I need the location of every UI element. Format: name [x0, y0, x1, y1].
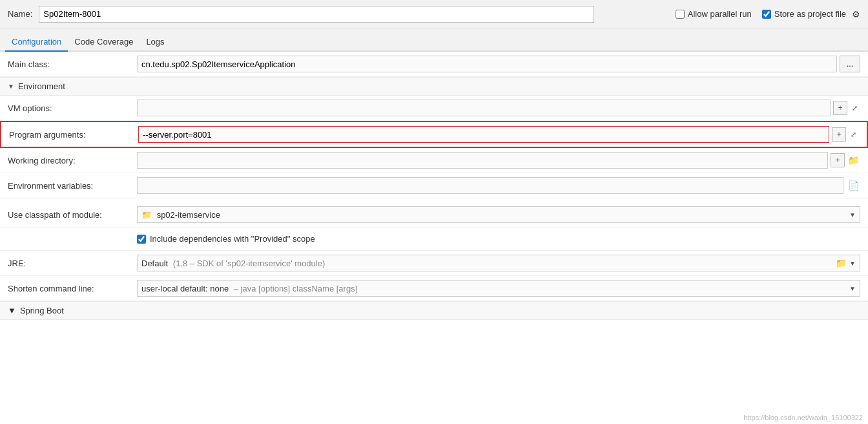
program-args-actions: + ⤢ [832, 127, 859, 142]
jre-value: Default [141, 259, 168, 268]
main-content: Main class: ... ▼ Environment VM options… [0, 52, 868, 424]
name-input[interactable] [39, 6, 594, 23]
spring-boot-arrow-icon: ▼ [8, 306, 16, 315]
jre-folder-button[interactable]: 📁 [834, 256, 848, 270]
module-select-container[interactable]: 📁 sp02-itemservice ▼ [137, 206, 860, 223]
store-project-label[interactable]: Store as project file ⚙ [762, 9, 860, 19]
name-label: Name: [8, 9, 32, 19]
jre-select-content: Default (1.8 – SDK of 'sp02-itemservice'… [141, 259, 325, 268]
shorten-select-content: user-local default: none – java [options… [141, 284, 357, 293]
watermark: https://blog.csdn.net/waxin_15100322 [743, 414, 863, 421]
jre-select-container[interactable]: Default (1.8 – SDK of 'sp02-itemservice'… [137, 255, 860, 271]
env-vars-input-group: 📄 [137, 177, 860, 194]
spring-boot-section-header[interactable]: ▼ Spring Boot [0, 301, 868, 320]
env-vars-label: Environment variables: [8, 181, 137, 191]
environment-arrow-icon: ▼ [8, 83, 14, 90]
store-project-text: Store as project file [774, 9, 846, 19]
working-dir-actions: + 📁 [831, 153, 860, 167]
module-select-content: 📁 sp02-itemservice [141, 210, 220, 220]
jre-dropdown-arrow-icon: ▼ [849, 260, 856, 267]
vm-options-input[interactable] [137, 100, 831, 116]
allow-parallel-text: Allow parallel run [688, 9, 752, 19]
jre-label: JRE: [8, 259, 137, 268]
include-deps-checkbox[interactable] [137, 235, 146, 244]
include-deps-label: Include dependencies with "Provided" sco… [150, 234, 315, 244]
working-dir-row: Working directory: + 📁 [0, 148, 868, 173]
module-select-value: sp02-itemservice [157, 210, 220, 220]
program-args-row: Program arguments: + ⤢ [0, 121, 868, 148]
jre-sub-value: (1.8 – SDK of 'sp02-itemservice' module) [173, 259, 325, 268]
program-args-add-button[interactable]: + [832, 127, 846, 142]
env-vars-actions: 📄 [846, 178, 860, 193]
top-bar: Name: Allow parallel run Store as projec… [0, 0, 868, 28]
tab-code-coverage[interactable]: Code Coverage [68, 33, 140, 52]
main-class-label: Main class: [8, 59, 137, 69]
program-args-expand-button[interactable]: ⤢ [847, 127, 859, 142]
shorten-sub-value: – java [options] className [args] [234, 284, 357, 293]
shorten-value: user-local default: none [141, 284, 229, 293]
spring-boot-section-label: Spring Boot [20, 306, 64, 315]
program-args-input-group: + ⤢ [138, 126, 859, 143]
working-dir-input[interactable] [137, 152, 828, 169]
main-class-row: Main class: ... [0, 52, 868, 77]
gear-icon[interactable]: ⚙ [852, 9, 860, 19]
vm-options-input-group: + ⤢ [137, 100, 860, 116]
allow-parallel-label[interactable]: Allow parallel run [676, 9, 752, 19]
tab-configuration[interactable]: Configuration [5, 33, 68, 52]
working-dir-input-group: + 📁 [137, 152, 860, 169]
shorten-row: Shorten command line: user-local default… [0, 276, 868, 301]
allow-parallel-checkbox[interactable] [676, 10, 685, 19]
module-dropdown-arrow-icon: ▼ [849, 211, 856, 218]
main-class-input[interactable] [137, 56, 837, 72]
tabs-bar: Configuration Code Coverage Logs [0, 28, 868, 52]
vm-options-expand-button[interactable]: ⤢ [849, 101, 860, 115]
env-vars-row: Environment variables: 📄 [0, 173, 868, 198]
vm-options-actions: + ⤢ [833, 101, 860, 115]
include-deps-row: Include dependencies with "Provided" sco… [0, 228, 868, 251]
environment-section-label: Environment [18, 81, 65, 91]
shorten-label: Shorten command line: [8, 284, 137, 293]
use-classpath-row: Use classpath of module: 📁 sp02-itemserv… [0, 202, 868, 228]
working-dir-add-button[interactable]: + [831, 153, 845, 167]
top-right-controls: Allow parallel run Store as project file… [676, 9, 860, 19]
shorten-select-container[interactable]: user-local default: none – java [options… [137, 280, 860, 297]
environment-section-header[interactable]: ▼ Environment [0, 77, 868, 96]
jre-row: JRE: Default (1.8 – SDK of 'sp02-itemser… [0, 251, 868, 276]
vm-options-add-button[interactable]: + [833, 101, 847, 115]
working-dir-folder-button[interactable]: 📁 [846, 153, 860, 167]
main-class-input-group: ... [137, 56, 860, 72]
jre-actions: 📁 ▼ [834, 256, 856, 270]
env-vars-input[interactable] [137, 177, 843, 194]
vm-options-label: VM options: [8, 103, 137, 113]
working-dir-label: Working directory: [8, 156, 137, 165]
env-vars-doc-button[interactable]: 📄 [846, 178, 860, 193]
vm-options-row: VM options: + ⤢ [0, 96, 868, 121]
module-folder-icon: 📁 [141, 210, 152, 220]
tab-logs[interactable]: Logs [140, 33, 170, 52]
use-classpath-label: Use classpath of module: [8, 210, 137, 220]
main-class-browse-button[interactable]: ... [840, 56, 860, 72]
program-args-input[interactable] [138, 126, 829, 143]
shorten-dropdown-arrow-icon: ▼ [849, 285, 856, 292]
store-project-checkbox[interactable] [762, 10, 771, 19]
program-args-label: Program arguments: [9, 130, 138, 140]
